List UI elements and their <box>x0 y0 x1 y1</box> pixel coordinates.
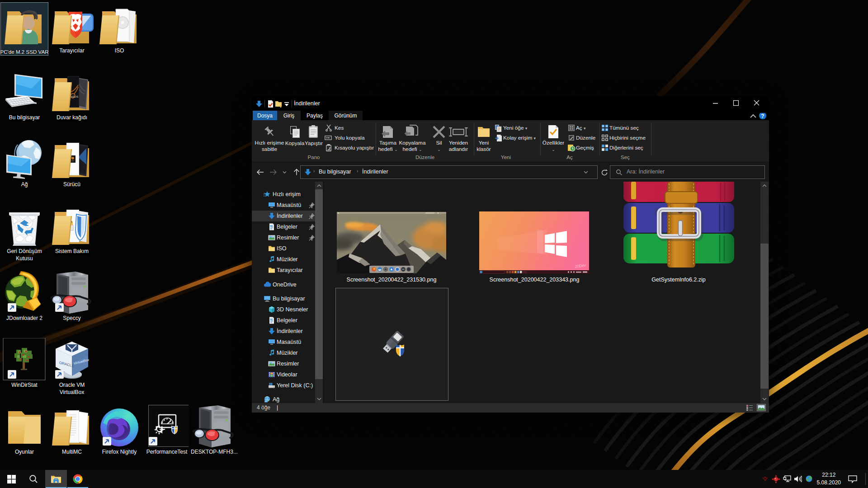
svg-text:ASUS: ASUS <box>71 95 78 98</box>
svg-text:?: ? <box>761 113 764 119</box>
